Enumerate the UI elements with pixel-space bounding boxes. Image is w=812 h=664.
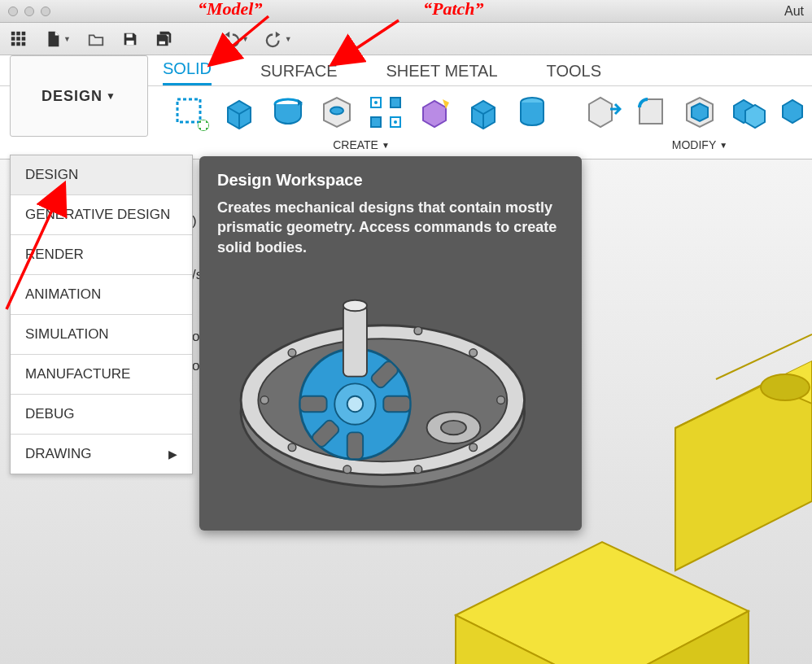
tooltip-body: Creates mechanical designs that contain … (217, 198, 564, 257)
svg-rect-3 (11, 37, 15, 41)
svg-rect-9 (126, 33, 132, 37)
svg-point-51 (343, 300, 367, 312)
save-icon[interactable] (121, 30, 139, 48)
svg-rect-6 (11, 42, 15, 46)
close-window-icon[interactable] (8, 7, 18, 16)
ribbon-group-modify-label[interactable]: MODIFY▼ (672, 138, 727, 151)
ribbon: DESIGN ▼ (0, 86, 812, 159)
svg-rect-12 (177, 99, 200, 122)
svg-point-22 (374, 101, 378, 104)
svg-rect-45 (383, 396, 410, 412)
tooltip-panel: Design Workspace Creates mechanical desi… (199, 156, 582, 531)
workspace-menu-render[interactable]: RENDER (11, 235, 192, 275)
svg-rect-43 (347, 432, 363, 459)
undo-icon[interactable]: ▼ (222, 30, 249, 48)
open-icon[interactable] (87, 30, 105, 48)
form-icon[interactable] (415, 93, 454, 135)
workspace-menu-animation[interactable]: ANIMATION (11, 275, 192, 315)
svg-point-23 (394, 120, 397, 124)
ribbon-group-create-label[interactable]: CREATE▼ (333, 138, 390, 151)
press-pull-icon[interactable] (583, 93, 622, 135)
rectangular-pattern-icon[interactable] (366, 93, 405, 135)
svg-point-17 (330, 107, 343, 115)
svg-rect-44 (300, 396, 327, 412)
tooltip-preview-image (217, 270, 564, 514)
svg-rect-8 (22, 42, 26, 46)
create-sketch-icon[interactable] (171, 93, 210, 135)
svg-rect-11 (159, 41, 165, 44)
minimize-window-icon[interactable] (24, 7, 34, 16)
workspace-picker[interactable]: DESIGN ▼ (10, 55, 148, 137)
tab-solid[interactable]: SOLID (163, 55, 212, 85)
svg-point-30 (288, 349, 296, 357)
submenu-arrow-icon: ▶ (168, 448, 177, 461)
workspace-menu: DESIGN GENERATIVE DESIGN RENDER ANIMATIO… (10, 155, 193, 474)
svg-point-34 (497, 396, 505, 404)
svg-rect-0 (11, 31, 15, 35)
tooltip-title: Design Workspace (217, 171, 564, 190)
svg-point-37 (343, 465, 351, 474)
svg-point-32 (414, 327, 422, 335)
quick-access-toolbar: ▼ ▼ ▼ (0, 23, 812, 55)
svg-rect-50 (343, 305, 367, 376)
svg-rect-15 (199, 123, 208, 128)
save-all-icon[interactable] (155, 30, 173, 48)
svg-point-25 (761, 374, 810, 400)
box-icon[interactable] (220, 93, 259, 135)
file-new-icon[interactable]: ▼ (44, 30, 71, 48)
combine-icon[interactable] (729, 93, 768, 135)
svg-rect-7 (16, 42, 20, 46)
chevron-down-icon: ▼ (106, 90, 116, 102)
hole-icon[interactable] (317, 93, 356, 135)
zoom-window-icon[interactable] (41, 7, 50, 16)
svg-rect-4 (16, 37, 20, 41)
svg-rect-1 (16, 31, 20, 35)
workspace-menu-generative-design[interactable]: GENERATIVE DESIGN (11, 195, 192, 235)
svg-point-40 (441, 421, 466, 435)
shell-icon[interactable] (680, 93, 719, 135)
svg-point-38 (288, 443, 296, 452)
svg-rect-20 (371, 117, 381, 127)
extrude-icon[interactable] (464, 93, 503, 135)
tab-tools[interactable]: TOOLS (547, 57, 601, 85)
svg-rect-2 (22, 31, 26, 35)
svg-point-33 (469, 349, 478, 357)
redo-icon[interactable]: ▼ (265, 30, 292, 48)
cylinder-icon[interactable] (513, 93, 552, 135)
workspace-menu-manufacture[interactable]: MANUFACTURE (11, 355, 192, 395)
fillet-icon[interactable] (631, 93, 670, 135)
svg-point-35 (469, 443, 478, 452)
svg-rect-10 (126, 40, 133, 45)
window-controls[interactable] (8, 7, 50, 16)
workspace-menu-drawing[interactable]: DRAWING▶ (11, 435, 192, 474)
svg-point-36 (414, 465, 422, 474)
svg-rect-5 (22, 37, 26, 41)
workspace-menu-design[interactable]: DESIGN (11, 155, 192, 195)
grid-icon[interactable] (10, 30, 28, 48)
svg-rect-19 (391, 98, 400, 107)
move-icon[interactable] (778, 93, 812, 135)
workspace-picker-label: DESIGN (41, 88, 103, 105)
ribbon-group-create: CREATE▼ (163, 86, 560, 159)
svg-point-49 (347, 396, 363, 412)
revolve-icon[interactable] (268, 93, 308, 135)
svg-point-29 (260, 396, 268, 404)
titlebar: Aut (0, 0, 812, 23)
ribbon-group-modify: MODIFY▼ (574, 86, 812, 159)
tab-sheet-metal[interactable]: SHEET METAL (386, 57, 498, 85)
workspace-menu-simulation[interactable]: SIMULATION (11, 315, 192, 355)
tab-surface[interactable]: SURFACE (260, 57, 337, 85)
titlebar-app-name: Aut (784, 4, 804, 19)
workspace-menu-debug[interactable]: DEBUG (11, 395, 192, 435)
